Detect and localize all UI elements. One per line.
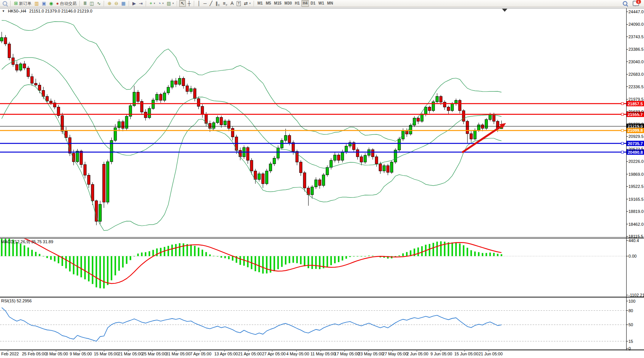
zoom-out-button[interactable]: ⊖: [113, 0, 120, 7]
candle-chart-button[interactable]: ◫: [88, 0, 95, 7]
candle-down: [387, 166, 389, 172]
macd-histogram-bar: [141, 253, 143, 256]
macd-histogram-bar: [225, 256, 226, 258]
candle-up: [436, 97, 438, 102]
candle-down: [91, 184, 94, 201]
candle-up: [163, 93, 166, 100]
crosshair-button[interactable]: ┼: [186, 0, 192, 7]
time-tick-label: 31 Mar 05:00: [166, 352, 190, 356]
price-tick-label: 20929.5: [628, 134, 644, 139]
support-line-2-handle[interactable]: [621, 151, 624, 153]
horizontal-line-button[interactable]: ─: [202, 0, 208, 7]
candle-down: [288, 136, 291, 143]
templates-button[interactable]: ▨▾: [165, 0, 175, 7]
time-tick-label: 27 Apr 05:00: [262, 352, 285, 356]
timeframe-label: W1: [318, 1, 324, 6]
fibonacci-button-glyph: ≡: [223, 1, 226, 6]
search-icon[interactable]: [623, 1, 627, 6]
time-tick-label: 1 Feb 2022: [0, 352, 19, 356]
time-tick-label: 4 May 05:00: [286, 352, 309, 356]
add-indicator-button[interactable]: +▾: [148, 0, 157, 7]
macd-histogram-bar: [232, 256, 234, 261]
signals-button[interactable]: ◉: [48, 0, 55, 7]
autotrading-button[interactable]: ●自动交易: [55, 0, 78, 7]
macd-histogram-bar: [334, 256, 336, 263]
cursor-button[interactable]: ↖: [179, 0, 186, 7]
tile-windows-button[interactable]: ▦: [120, 0, 127, 7]
rsi-pane: [0, 308, 626, 341]
price-tick-label: 21633.0: [628, 109, 644, 114]
candle-up: [424, 107, 427, 115]
macd-histogram-bar: [137, 253, 139, 256]
pivot-line-handle[interactable]: [621, 129, 624, 131]
macd-histogram-bar: [452, 242, 453, 256]
timeframe-button-h4[interactable]: H4: [301, 0, 309, 7]
timeframe-label: MN: [327, 1, 333, 6]
symbol-dropdown-icon[interactable]: ▼: [2, 9, 5, 13]
timeframe-button-m30[interactable]: M30: [283, 0, 293, 7]
auto-scroll-button[interactable]: ▶: [131, 0, 137, 7]
text-button[interactable]: A: [229, 0, 235, 7]
timeframe-button-d1[interactable]: D1: [309, 0, 317, 7]
toolbar-separator: [80, 1, 80, 6]
zoom-in-button[interactable]: ⊕: [106, 0, 113, 7]
equidistant-channel-button[interactable]: ∥E: [214, 0, 221, 7]
macd-histogram-bar: [50, 256, 52, 260]
rsi-line: [2, 308, 502, 341]
line-chart-button[interactable]: ∿: [95, 0, 102, 7]
timeframe-button-mn[interactable]: MN: [326, 0, 335, 7]
candle-down: [144, 112, 147, 118]
arrows-button[interactable]: ⇄▾: [242, 0, 252, 7]
candle-up: [216, 117, 219, 123]
arrows-button-caret: ▾: [249, 2, 251, 5]
macd-histogram-bar: [455, 242, 457, 256]
vertical-line-button[interactable]: │: [196, 0, 202, 7]
timeframe-button-m1[interactable]: M1: [256, 0, 264, 7]
bar-chart-button[interactable]: Ⅲ: [82, 0, 88, 7]
chart-window-icon[interactable]: [1, 0, 9, 7]
macd-histogram-bar: [474, 252, 476, 256]
text-label-button[interactable]: T: [235, 0, 243, 7]
chart-shift-button[interactable]: ⇥: [137, 0, 144, 7]
macd-histogram-bar: [73, 256, 75, 274]
macd-histogram-bar: [501, 254, 502, 256]
candle-down: [246, 147, 249, 160]
timeframe-button-m15[interactable]: M15: [273, 0, 283, 7]
candle-up: [277, 148, 279, 158]
price-tick-label: 23386.5: [628, 47, 644, 52]
macd-histogram-bar: [285, 256, 287, 264]
support-line-1-handle[interactable]: [621, 142, 624, 145]
time-tick-label: 11 May 05:00: [310, 352, 335, 356]
auto-scroll-button-glyph: ▶: [133, 1, 136, 6]
candle-down: [186, 86, 189, 91]
candle-down: [69, 138, 71, 153]
toolbar-separator: [254, 1, 254, 6]
time-tick-label: 13 Apr 05:00: [214, 352, 238, 356]
macd-histogram-bar: [111, 256, 112, 280]
timeframe-button-m5[interactable]: M5: [264, 0, 273, 7]
candle-up: [148, 108, 151, 117]
fibonacci-button[interactable]: ≡F: [221, 0, 229, 7]
notifications-icon[interactable]: 1: [633, 1, 639, 6]
resistance-line-2-handle[interactable]: [621, 113, 624, 116]
price-tick-label: 21979.5: [628, 97, 644, 102]
candle-up: [258, 174, 260, 180]
trendline-button[interactable]: ╱: [208, 0, 214, 7]
candle-up: [284, 136, 287, 141]
tile-windows-button-glyph: ▦: [121, 1, 125, 6]
arrows-button-glyph: ⇄: [244, 1, 248, 6]
timeframe-button-w1[interactable]: W1: [317, 0, 326, 7]
new-order-button[interactable]: ⊞新订单: [12, 0, 33, 7]
macd-histogram-bar: [179, 243, 181, 256]
terminal-button[interactable]: ▣: [40, 0, 47, 7]
macd-histogram-bar: [43, 256, 44, 256]
time-tick-label: 15 Mar 05:00: [94, 352, 119, 356]
chart-title: ▼ HK50-,H4 21151.0 21379.0 21146.0 21219…: [2, 9, 92, 13]
market-watch-button[interactable]: ▥: [33, 0, 40, 7]
macd-histogram-bar: [130, 256, 131, 260]
timeframe-button-h1[interactable]: H1: [293, 0, 301, 7]
chart-symbol-period: HK50-,H4: [8, 9, 26, 13]
resistance-line-1-handle[interactable]: [621, 103, 624, 105]
periods-button[interactable]: ◔▾: [156, 0, 165, 7]
macd-histogram-bar: [361, 256, 362, 256]
